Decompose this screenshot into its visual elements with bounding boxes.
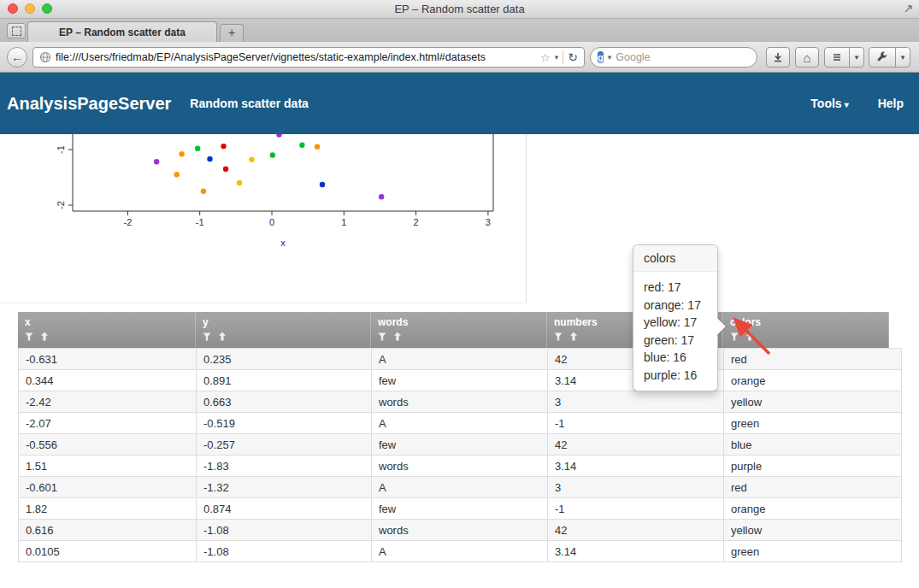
column-header-words[interactable]: words [371, 312, 547, 348]
search-engine-caret-icon[interactable]: ▾ [608, 53, 612, 62]
tab-groups-button[interactable] [7, 23, 26, 38]
table-cell: 0.0105 [19, 541, 197, 562]
nav-help[interactable]: Help [878, 97, 904, 110]
browser-window: EP – Random scatter data EP – Random sca… [0, 0, 919, 588]
scatter-point [237, 180, 242, 185]
table-row: -2.07-0.519A-1green [19, 413, 902, 434]
column-header-y[interactable]: y [196, 312, 371, 348]
annotation-arrow [725, 316, 780, 361]
downloads-button[interactable] [766, 47, 790, 68]
bookmarks-dropdown-button[interactable]: ▾ [849, 47, 864, 68]
popover-title: colors [633, 245, 717, 272]
header-icons [25, 332, 188, 341]
x-tick-label: 2 [414, 217, 419, 227]
bookmarks-button[interactable] [824, 47, 850, 68]
popover-line: purple: 16 [644, 367, 707, 385]
header-scroll-spacer [889, 312, 901, 348]
table-cell: 1.51 [19, 456, 197, 477]
url-bar[interactable]: ☆ ▾ ↻ [32, 47, 585, 68]
x-axis-label: x [280, 238, 286, 248]
scatter-point [270, 152, 275, 157]
table-cell: purple [724, 456, 902, 477]
column-label: words [378, 316, 539, 328]
table-cell: green [724, 413, 902, 434]
scatter-point [195, 146, 200, 151]
table-cell: 0.891 [197, 370, 372, 391]
google-logo-icon: g [598, 51, 604, 63]
nav-item-page[interactable]: Random scatter data [190, 97, 308, 110]
reload-icon[interactable]: ↻ [568, 50, 578, 64]
table-cell: 3.14 [548, 456, 724, 477]
browser-tab[interactable]: EP – Random scatter data [27, 21, 217, 42]
scatter-point [207, 156, 212, 162]
table-cell: orange [724, 498, 902, 520]
caret-down-icon: ▾ [901, 53, 905, 62]
brand[interactable]: AnalysisPageServer [7, 94, 171, 114]
y-tick-label: -1 [56, 145, 66, 154]
scatter-point [154, 159, 159, 164]
scatter-plot: -2-10123-1-2x [0, 134, 527, 303]
table-cell: 0.235 [197, 349, 372, 370]
table-cell: yellow [724, 391, 902, 413]
column-label: y [203, 316, 363, 328]
url-dropdown-caret-icon[interactable]: ▾ [555, 53, 559, 62]
url-input[interactable] [56, 51, 536, 63]
new-tab-button[interactable]: + [220, 24, 244, 42]
home-button[interactable]: ⌂ [795, 47, 819, 68]
page-content: AnalysisPageServer Random scatter data T… [0, 73, 919, 588]
table-cell: 0.663 [197, 391, 372, 413]
nav-tools-dropdown[interactable]: Tools▾ [810, 97, 848, 110]
table-cell: orange [724, 370, 902, 391]
table-cell: -1.08 [197, 520, 372, 541]
table-cell: words [372, 520, 548, 541]
back-button[interactable]: ← [7, 47, 27, 68]
sort-icon[interactable] [393, 332, 402, 341]
tools-button-group: ▾ [869, 47, 910, 68]
table-cell: 3 [548, 391, 724, 413]
sort-icon[interactable] [218, 332, 227, 341]
filter-icon[interactable] [203, 332, 211, 341]
x-tick-label: -2 [124, 217, 133, 227]
table-cell: -0.519 [197, 413, 372, 434]
popover-body: red: 17orange: 17yellow: 17green: 17blue… [633, 272, 717, 391]
browser-tools-button[interactable] [869, 47, 896, 68]
table-cell: few [372, 498, 548, 520]
search-input[interactable] [616, 51, 753, 63]
sort-icon[interactable] [569, 332, 578, 341]
scatter-point [223, 167, 228, 172]
app-navbar: AnalysisPageServer Random scatter data T… [0, 73, 919, 134]
table-cell: -0.257 [197, 434, 372, 456]
scatter-point [174, 172, 180, 177]
filter-icon[interactable] [25, 332, 33, 341]
table-cell: green [724, 541, 902, 562]
scatter-point [299, 143, 304, 148]
filter-icon[interactable] [378, 332, 386, 341]
search-box[interactable]: g ▾ [590, 47, 757, 68]
table-cell: A [372, 477, 548, 498]
browser-toolbar: ← ☆ ▾ ↻ g ▾ [0, 42, 919, 73]
table-cell: -2.42 [19, 391, 197, 413]
table-cell: 42 [548, 520, 724, 541]
popover-line: yellow: 17 [644, 314, 707, 332]
table-cell: -0.631 [19, 349, 197, 370]
sort-icon[interactable] [40, 332, 49, 341]
table-cell: -1.83 [197, 456, 372, 477]
scatter-point [315, 144, 320, 150]
table-cell: few [372, 370, 548, 391]
popover-line: orange: 17 [644, 297, 707, 315]
y-tick-label: -2 [56, 201, 66, 209]
bookmarks-list-icon [832, 52, 842, 62]
bookmark-star-icon[interactable]: ☆ [540, 51, 551, 64]
table-row: 1.820.874few-1orange [19, 498, 902, 520]
caret-down-icon: ▾ [855, 53, 859, 62]
table-row: -0.556-0.257few42blue [19, 434, 902, 456]
browser-tools-dropdown-button[interactable]: ▾ [895, 47, 910, 68]
window-titlebar: EP – Random scatter data [0, 0, 919, 19]
bookmarks-button-group: ▾ [824, 47, 864, 68]
scatter-point [320, 182, 325, 187]
colors-popover: colors red: 17orange: 17yellow: 17green:… [633, 244, 718, 391]
column-header-x[interactable]: x [18, 312, 196, 348]
table-cell: 0.616 [19, 520, 197, 541]
filter-icon[interactable] [554, 332, 563, 341]
window-resize-icon[interactable] [903, 3, 914, 15]
